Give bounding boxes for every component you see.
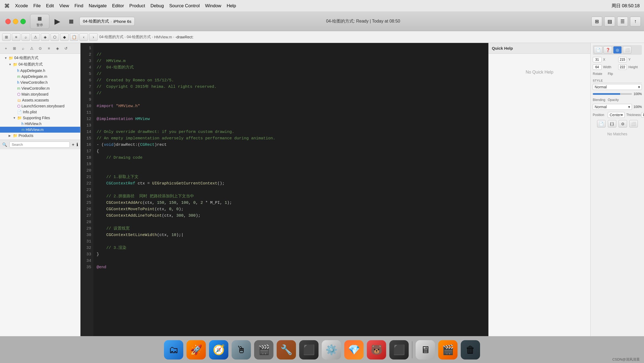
menu-debug[interactable]: Debug [151,3,164,9]
menu-window[interactable]: Window [205,3,221,9]
tree-item-subfolder[interactable]: ▼ 📁 04-绘图的方式 [0,61,80,68]
inspector-circle-icon[interactable]: ⊙ [619,120,627,128]
nav-back-icon[interactable]: ‹ [79,33,88,41]
dock-bear[interactable]: 🐻 [367,340,386,360]
breadcrumb-folder[interactable]: 04-绘图的方式 [127,35,151,39]
menu-file[interactable]: File [33,3,41,9]
breadcrumb-method[interactable]: -drawRect: [175,35,193,39]
sidebar-refresh-btn[interactable]: ↺ [62,45,70,52]
tree-item-appdelegate-h[interactable]: h AppDelegate.h [0,68,80,74]
menubar: ⌘ Xcode File Edit View Find Navigate Edi… [0,0,644,12]
debug-toggle[interactable]: ▤ [604,17,615,26]
tree-item-appdelegate-m[interactable]: m AppDelegate.m [0,74,80,79]
dock-mouse[interactable]: 🖱 [232,340,251,360]
tree-item-viewcontroller-m[interactable]: m ViewController.m [0,85,80,91]
breadcrumb-file[interactable]: HMView.m [154,35,172,39]
opacity-slider[interactable] [593,93,632,95]
tree-item-assets[interactable]: 🗂 Assets.xcassets [0,97,80,103]
menu-navigate[interactable]: Navigate [89,3,107,9]
inspector-code-icon[interactable]: { } [608,120,616,128]
dock-app3[interactable]: 🎬 [438,340,458,360]
tree-item-main-storyboard[interactable]: ⬡ Main.storyboard [0,91,80,97]
sidebar-sort-btn[interactable]: ⊞ [11,45,18,52]
menu-product[interactable]: Product [129,3,145,9]
inspector-tab-file[interactable]: 📄 [594,46,602,54]
dock-terminal[interactable]: ⬛ [299,340,319,360]
tree-item-label: HMView.h [25,122,42,126]
code-editor[interactable]: 12345 678910 1112131415 1617181920 21222… [80,43,488,336]
apple-menu[interactable]: ⌘ [4,3,10,9]
tree-item-viewcontroller-h[interactable]: h ViewController.h [0,79,80,85]
nav-search-icon[interactable]: ⌕ [21,33,30,41]
inspector-tab-attributes[interactable]: ⬜ [623,46,631,54]
minimize-button[interactable] [13,19,18,24]
tree-item-hmview-h[interactable]: h HMView.h [0,121,80,127]
menu-help[interactable]: Help [227,3,236,9]
nav-breakpoint-icon[interactable]: ◆ [60,33,69,41]
file-assets-icon: 🗂 [17,98,21,102]
stop-button[interactable]: ⏹ 暂停 [30,14,49,29]
inspector-square-icon[interactable]: ⬜ [629,120,638,128]
inspector-tab-quickhelp[interactable]: ❓ [603,46,612,54]
dock-finder[interactable]: 🗂 [164,340,183,360]
inspector-normal2-dropdown[interactable]: Normal ▾ [593,104,632,110]
nav-debug-icon[interactable]: ⬡ [50,33,59,41]
dock-tools[interactable]: 🔧 [277,340,296,360]
menu-find[interactable]: Find [74,3,83,9]
inspector-normal1-dropdown[interactable]: Normal ▾ [593,84,642,90]
dock-safari[interactable]: 🧭 [209,340,228,360]
sidebar-hierarchy-btn[interactable]: ⊙ [36,45,44,52]
inspector-center-dropdown[interactable]: Center ▾ [608,112,625,118]
dock-system-preferences[interactable]: ⚙️ [322,340,341,360]
inspector-tab-identity[interactable]: ◎ [613,46,622,54]
tree-item-hmview-m[interactable]: m HMView.m [0,127,80,133]
add-filter-icon[interactable]: + [72,142,74,147]
nav-test-icon[interactable]: ◈ [41,33,49,41]
info-icon[interactable]: ℹ [76,142,78,147]
search-input[interactable] [9,141,70,148]
dock-app1[interactable]: ⬛ [389,340,409,360]
tree-item-products[interactable]: ▶ 📁 Products [0,133,80,139]
sidebar-warning-btn[interactable]: ⚠ [28,45,35,52]
dock-sketch[interactable]: 💎 [344,340,364,360]
tree-item-supporting-files[interactable]: ▼ 📁 Supporting Files [0,115,80,121]
close-button[interactable] [5,19,11,24]
menu-source-control[interactable]: Source Control [169,3,200,9]
menu-editor[interactable]: Editor [112,3,124,9]
nav-report-icon[interactable]: 📋 [70,33,78,41]
export-button[interactable]: ↑ [630,17,641,26]
dock-launchpad[interactable]: 🚀 [186,340,206,360]
inspector-x-input[interactable]: 31 [593,57,602,62]
menu-view[interactable]: View [59,3,69,9]
tree-item-launch-storyboard[interactable]: ⬡ LaunchScreen.storyboard [0,103,80,109]
inspector-y-input[interactable]: 215 [618,57,627,62]
sidebar-list-btn[interactable]: ≡ [45,45,53,52]
sidebar-options-btn[interactable]: ◈ [54,45,61,52]
quick-help-content: No Quick Help [489,54,590,336]
dock-app2[interactable]: 🖥 [416,340,435,360]
nav-folder-icon[interactable]: ⊞ [2,33,11,41]
sidebar-filter-btn[interactable]: ⌕ [19,45,27,52]
sidebar-add-btn[interactable]: + [2,45,10,52]
dock-trash[interactable]: 🗑 [461,340,480,360]
dock-media[interactable]: 🎬 [254,340,273,360]
inspector-toggle[interactable]: ☰ [617,17,628,26]
navigator-toggle[interactable]: ⊞ [591,17,602,26]
maximize-button[interactable] [20,19,26,24]
breadcrumb-project[interactable]: 04-绘图的方式 [99,35,123,39]
nav-list-icon[interactable]: ≡ [12,33,20,41]
thickness-input[interactable]: 1 [641,112,644,118]
run-button[interactable]: ▶ [52,16,63,27]
menu-edit[interactable]: Edit [46,3,54,9]
stop-square-button[interactable]: ⏹ [65,16,77,27]
code-text[interactable]: // // HMView.m // 04-绘图的方式 // // Created… [93,43,488,336]
tree-item-info-plist[interactable]: 📄 Info.plist [0,109,80,115]
inspector-height-input[interactable]: 222 [618,64,627,70]
nav-warning-icon[interactable]: ⚠ [31,33,40,41]
scheme-selector[interactable]: 04-绘图的方式 › iPhone 6s [79,17,135,26]
inspector-doc-icon[interactable]: 📄 [597,120,606,128]
nav-forward-icon[interactable]: › [89,33,98,41]
inspector-width-input[interactable]: 64 [593,64,602,70]
tree-item-root-folder[interactable]: ▼ 📁 04-绘图的方式 [0,55,80,61]
menu-xcode[interactable]: Xcode [15,3,28,9]
